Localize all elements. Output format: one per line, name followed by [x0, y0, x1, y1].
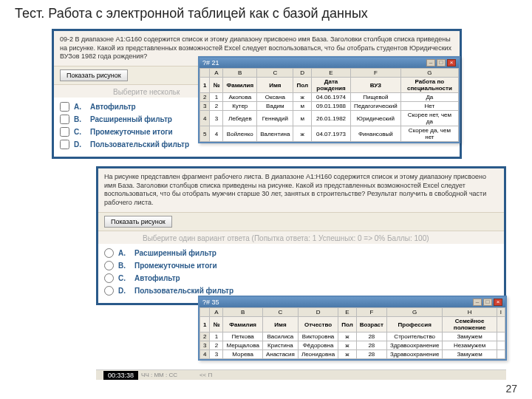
col-header: E — [312, 69, 351, 78]
popup-titlebar-1: ?# 21 – □ × — [200, 58, 459, 68]
cell: 4 — [210, 126, 223, 142]
cell: 3 — [210, 111, 223, 126]
cell: Кутер — [223, 102, 257, 111]
cell: 1 — [210, 332, 223, 341]
col-header: F — [351, 69, 401, 78]
cell: ж — [338, 341, 357, 350]
option-letter: A. — [118, 249, 130, 257]
field-header: Семейное положение — [443, 317, 497, 332]
cell: 2 — [210, 341, 223, 350]
col-header: B — [223, 308, 263, 317]
minimize-icon[interactable]: – — [426, 59, 435, 66]
cell: 1 — [210, 93, 223, 102]
cell: 3 — [210, 350, 223, 359]
cell: Юридический — [351, 111, 401, 126]
col-header: I — [497, 308, 505, 317]
spreadsheet-table-2: ABCDEFGHI1№ФамилияИмяОтчествоПолВозрастП… — [200, 307, 505, 359]
cell: Оксана — [257, 93, 293, 102]
option-letter: A. — [74, 103, 86, 111]
page-number: 27 — [505, 383, 517, 395]
cell: Анастасия — [262, 350, 298, 359]
option-letter: D. — [74, 140, 86, 149]
timer-bar: 00:33:38 ЧЧ : ММ : СС << П — [96, 369, 506, 380]
field-header: Возраст — [356, 317, 386, 332]
cell: 28 — [356, 350, 386, 359]
col-header: D — [293, 69, 312, 78]
cell: 26.01.1982 — [312, 111, 351, 126]
cell: Морева — [223, 350, 263, 359]
option-text: Автофильтр — [134, 274, 180, 282]
option-letter: C. — [118, 274, 130, 282]
option-letter: C. — [74, 128, 86, 136]
option-input[interactable] — [104, 261, 114, 270]
row-header: 3 — [200, 102, 210, 111]
option-text: Расширенный фильтр — [134, 249, 216, 257]
col-header: G — [386, 308, 442, 317]
show-image-button-2[interactable]: Показать рисунок — [104, 216, 172, 228]
row-header: 1 — [200, 78, 210, 93]
field-header: Фамилия — [223, 317, 263, 332]
cell: Скорее да, чем нет — [400, 126, 458, 142]
option-text: Расширенный фильтр — [90, 115, 172, 123]
field-header: Профессия — [386, 317, 442, 332]
field-header: Имя — [262, 317, 298, 332]
cell: Педагогический — [351, 102, 401, 111]
option-row: A.Расширенный фильтр — [104, 247, 498, 259]
field-header: Отчество — [298, 317, 338, 332]
col-header: E — [338, 308, 357, 317]
question-block-2: На рисунке представлен фрагмент рабочего… — [96, 166, 506, 305]
option-input[interactable] — [60, 127, 69, 137]
field-header: ВУЗ — [351, 78, 401, 93]
cell: Геннадий — [257, 111, 293, 126]
show-row-2: Показать рисунок — [98, 212, 504, 231]
row-header: 2 — [200, 332, 210, 341]
cell: ж — [338, 332, 357, 341]
prev-button[interactable]: << П — [200, 372, 212, 378]
cell: Мерщалова — [223, 341, 263, 350]
option-input[interactable] — [60, 102, 69, 112]
cell: 28 — [356, 341, 386, 350]
option-text: Пользовательский фильтр — [90, 140, 189, 149]
field-header: Работа по специальности — [400, 78, 458, 93]
option-input[interactable] — [104, 273, 114, 283]
cell: Замужем — [443, 350, 497, 359]
cell: Леонидовна — [298, 350, 338, 359]
cell: Финансовый — [351, 126, 401, 142]
cell: ж — [338, 350, 357, 359]
minimize-icon[interactable]: – — [473, 299, 482, 306]
cell: 04.07.1973 — [312, 126, 351, 142]
row-header: 4 — [200, 111, 210, 126]
cell — [497, 341, 505, 350]
cell: 2 — [210, 102, 223, 111]
option-input[interactable] — [104, 286, 114, 296]
row-header: 3 — [200, 341, 210, 350]
choose-header-2: Выберите один вариант ответа (Попытка от… — [98, 231, 504, 244]
col-header: B — [223, 69, 257, 78]
option-letter: B. — [74, 115, 86, 123]
option-input[interactable] — [60, 140, 69, 149]
maximize-icon[interactable]: □ — [483, 299, 492, 306]
field-header: № — [210, 317, 223, 332]
row-header: 4 — [200, 350, 210, 359]
col-header: A — [210, 308, 223, 317]
cell: Войленко — [223, 126, 257, 142]
page-title: Тест. Работа с электронной таблицей как … — [0, 0, 532, 24]
show-image-button-1[interactable]: Показать рисунок — [60, 69, 128, 81]
cell: Да — [400, 93, 458, 102]
cell: Кристина — [262, 341, 298, 350]
question-block-1: 09-2 В диапазоне A1:G160 содержится спис… — [52, 29, 462, 159]
col-header: A — [210, 69, 223, 78]
spreadsheet-popup-2: ?# 35 – □ × ABCDEFGHI1№ФамилияИмяОтчеств… — [198, 296, 507, 361]
maximize-icon[interactable]: □ — [437, 59, 446, 66]
field-header: Пол — [293, 78, 312, 93]
close-icon[interactable]: × — [447, 59, 456, 66]
field-header: № — [210, 78, 223, 93]
option-input[interactable] — [104, 248, 114, 258]
cell: Скорее нет, чем да — [400, 111, 458, 126]
cell: Лебедев — [223, 111, 257, 126]
row-header: 5 — [200, 126, 210, 142]
row-header: 2 — [200, 93, 210, 102]
option-input[interactable] — [60, 115, 69, 124]
cell: Нет — [400, 102, 458, 111]
close-icon[interactable]: × — [494, 299, 502, 306]
